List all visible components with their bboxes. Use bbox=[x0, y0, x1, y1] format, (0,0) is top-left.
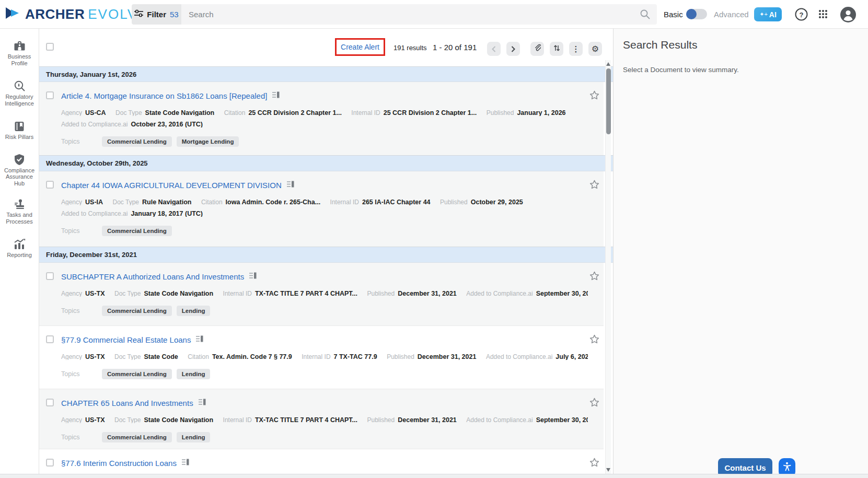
scroll-thumb[interactable] bbox=[606, 68, 611, 134]
search-icon[interactable] bbox=[640, 9, 651, 22]
meta-label: Agency bbox=[61, 416, 82, 423]
brand-name-primary: ARCHER bbox=[25, 6, 85, 22]
next-page-button[interactable] bbox=[506, 42, 520, 56]
meta-value: 265 IA-IAC Chapter 44 bbox=[362, 199, 431, 205]
basic-advanced-toggle[interactable] bbox=[686, 9, 707, 19]
document-title-link[interactable]: §77.6 Interim Construction Loans bbox=[61, 459, 177, 468]
meta-value: US-IA bbox=[85, 199, 103, 205]
sidebar-item-compliance-assurance-hub[interactable]: Compliance Assurance Hub bbox=[0, 154, 39, 187]
row-checkbox[interactable] bbox=[46, 399, 54, 406]
sidebar-item-business-profile[interactable]: Business Profile bbox=[0, 40, 39, 66]
prev-page-button[interactable] bbox=[487, 42, 501, 56]
doc-summary-icon[interactable] bbox=[199, 398, 206, 408]
sidebar-item-reporting[interactable]: Reporting bbox=[0, 238, 39, 259]
row-checkbox[interactable] bbox=[46, 91, 54, 99]
meta-label: Agency bbox=[61, 199, 82, 205]
document-title-link[interactable]: Chapter 44 IOWA AGRICULTURAL DEVELOPMENT… bbox=[61, 181, 282, 190]
scroll-down-arrow[interactable] bbox=[606, 468, 610, 472]
topic-chip[interactable]: Commercial Lending bbox=[102, 306, 172, 316]
meta-label: Doc Type bbox=[114, 353, 141, 360]
help-icon[interactable]: ? bbox=[795, 8, 808, 23]
topics-label: Topics bbox=[61, 138, 102, 145]
ai-button[interactable]: ✦+ AI bbox=[754, 7, 782, 21]
meta-label: Published bbox=[387, 353, 414, 360]
topic-chip[interactable]: Commercial Lending bbox=[102, 369, 172, 379]
create-alert-button[interactable]: Create Alert bbox=[341, 43, 379, 51]
meta-value: Rule Navigation bbox=[142, 199, 191, 205]
search-bar bbox=[181, 4, 657, 25]
topic-chip[interactable]: Mortgage Lending bbox=[177, 136, 239, 147]
horizontal-scrollbar-track[interactable] bbox=[0, 474, 868, 478]
more-options-button[interactable]: ⋮ bbox=[569, 42, 583, 56]
star-bookmark-button[interactable] bbox=[589, 334, 599, 346]
meta-label: Agency bbox=[61, 353, 82, 360]
sidebar-item-label: Tasks and Processes bbox=[0, 212, 39, 225]
filter-button[interactable]: Filter 53 bbox=[132, 4, 181, 25]
kebab-icon: ⋮ bbox=[572, 44, 580, 54]
document-title-link[interactable]: §77.9 Commercial Real Estate Loans bbox=[61, 335, 191, 344]
meta-label: Citation bbox=[188, 353, 209, 360]
document-title-link[interactable]: Article 4. Mortgage Insurance on Sb1862 … bbox=[61, 91, 267, 100]
topic-chip[interactable]: Lending bbox=[177, 306, 211, 316]
meta-label: Agency bbox=[61, 290, 82, 297]
filter-sliders-icon bbox=[134, 9, 143, 20]
row-checkbox[interactable] bbox=[46, 181, 54, 189]
results-count: 191 results bbox=[394, 44, 427, 52]
select-all-checkbox[interactable] bbox=[46, 43, 54, 51]
topic-chip[interactable]: Lending bbox=[177, 432, 211, 442]
link-button[interactable] bbox=[530, 42, 544, 56]
meta-value: September 30, 2017 (UTC) bbox=[536, 416, 588, 423]
brand-logo[interactable]: ARCHER EVOLV bbox=[5, 6, 137, 22]
meta-value: TX-TAC TITLE 7 PART 4 CHAPT... bbox=[255, 416, 357, 423]
row-checkbox[interactable] bbox=[46, 459, 54, 467]
meta-value: State Code Navigation bbox=[144, 416, 213, 423]
meta-value: TX-TAC TITLE 7 PART 4 CHAPT... bbox=[255, 290, 357, 297]
sidebar-item-risk-pillars[interactable]: Risk Pillars bbox=[0, 121, 39, 141]
meta-value: State Code bbox=[144, 353, 178, 360]
star-bookmark-button[interactable] bbox=[589, 90, 599, 102]
meta-value: US-TX bbox=[85, 416, 105, 423]
meta-label: Internal ID bbox=[302, 353, 330, 360]
avatar[interactable] bbox=[840, 7, 856, 25]
star-bookmark-button[interactable] bbox=[589, 398, 599, 410]
meta-label: Published bbox=[487, 109, 514, 116]
document-title-link[interactable]: SUBCHAPTER A Authorized Loans And Invest… bbox=[61, 272, 244, 281]
meta-value: 25 CCR Division 2 Chapter 1... bbox=[384, 109, 477, 116]
sidebar-item-label: Business Profile bbox=[0, 53, 39, 66]
scroll-up-arrow[interactable] bbox=[606, 62, 610, 66]
row-checkbox[interactable] bbox=[46, 272, 54, 280]
annotation-highlight: Create Alert bbox=[335, 38, 385, 56]
topic-chip[interactable]: Commercial Lending bbox=[102, 136, 172, 147]
sidebar-item-regulatory-intelligence[interactable]: Regulatory Intelligence bbox=[0, 80, 39, 107]
doc-summary-icon[interactable] bbox=[272, 91, 280, 101]
apps-grid-icon[interactable] bbox=[819, 10, 821, 12]
star-bookmark-button[interactable] bbox=[589, 458, 599, 470]
doc-summary-icon[interactable] bbox=[249, 272, 257, 282]
doc-summary-icon[interactable] bbox=[196, 335, 203, 345]
topic-chip[interactable]: Commercial Lending bbox=[102, 432, 172, 442]
sidebar-nav: Business Profile Regulatory Intelligence… bbox=[0, 29, 39, 478]
search-input[interactable] bbox=[189, 4, 628, 25]
date-group-header: Wednesday, October 29th, 2025 bbox=[39, 155, 613, 171]
topic-chip[interactable]: Lending bbox=[177, 369, 211, 379]
result-row: Chapter 44 IOWA AGRICULTURAL DEVELOPMENT… bbox=[39, 171, 604, 247]
meta-label: Published bbox=[367, 416, 395, 423]
meta-label: Added to Compliance.ai bbox=[486, 353, 552, 360]
sidebar-item-tasks-processes[interactable]: Tasks and Processes bbox=[0, 199, 39, 225]
sort-button[interactable] bbox=[550, 42, 563, 56]
doc-summary-icon[interactable] bbox=[287, 180, 294, 190]
doc-summary-icon[interactable] bbox=[182, 458, 189, 468]
star-bookmark-button[interactable] bbox=[589, 271, 599, 283]
meta-value: Iowa Admin. Code r. 265-Cha... bbox=[226, 199, 321, 205]
meta-value: US-TX bbox=[85, 353, 105, 360]
sidebar-item-label: Regulatory Intelligence bbox=[0, 94, 39, 107]
meta-value: September 30, 2017 (UTC) bbox=[536, 290, 588, 297]
topic-chip[interactable]: Commercial Lending bbox=[102, 226, 172, 236]
star-bookmark-button[interactable] bbox=[589, 180, 599, 192]
list-scrollbar[interactable] bbox=[605, 60, 611, 474]
document-title-link[interactable]: CHAPTER 65 Loans And Investments bbox=[61, 399, 193, 407]
settings-button[interactable]: ⚙ bbox=[588, 42, 602, 56]
meta-value: October 23, 2016 (UTC) bbox=[131, 121, 203, 127]
row-checkbox[interactable] bbox=[46, 335, 54, 343]
meta-value: January 18, 2017 (UTC) bbox=[131, 210, 203, 217]
